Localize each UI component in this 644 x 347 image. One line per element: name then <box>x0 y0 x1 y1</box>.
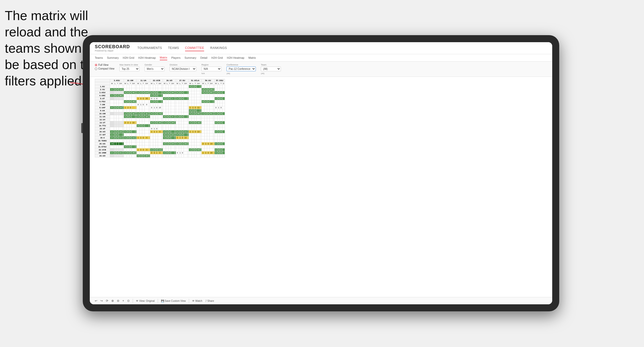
compact-view-radio[interactable]: Compact View <box>95 67 114 70</box>
matrix-cell <box>132 133 135 136</box>
matrix-cell <box>222 109 225 112</box>
max-teams-select[interactable]: Top 25 Top 50 All <box>119 67 139 71</box>
share-btn[interactable]: ⤴ Share <box>205 300 214 302</box>
region-label: Region <box>201 64 221 66</box>
sub-nav-matrix[interactable]: Matrix <box>160 55 167 60</box>
matrix-cell: 0 <box>129 112 132 115</box>
matrix-cell <box>192 97 194 100</box>
matrix-cell <box>184 145 187 148</box>
nav-rankings[interactable]: RANKINGS <box>210 45 227 51</box>
team-select[interactable]: (All) <box>261 67 281 71</box>
table-row: 17. GIT10001010200 <box>95 133 225 136</box>
sub-nav-h2h-heatmap[interactable]: H2H Heatmap <box>138 55 156 60</box>
matrix-cell <box>132 85 135 88</box>
matrix-cell: 1 <box>137 148 140 151</box>
toolbar-btn6[interactable]: + <box>122 299 124 303</box>
matrix-cell <box>110 100 114 103</box>
matrix-scroll[interactable]: 3. ASU 10. UW 11. UA 22. UCB 24. UO 27. … <box>95 79 547 157</box>
gender-filter: Gender Men's Women's <box>144 64 165 71</box>
toolbar-btn7[interactable]: ⊙ <box>127 299 130 303</box>
matrix-cell <box>155 142 158 145</box>
save-custom-view-btn[interactable]: 💾 Save Custom View <box>161 300 186 302</box>
matrix-cell <box>144 121 149 124</box>
matrix-cell: 1 <box>129 121 132 124</box>
matrix-cell <box>209 103 213 106</box>
division-select[interactable]: NCAA Division I NCAA Division II NCAA Di… <box>170 67 196 71</box>
toolbar-btn5[interactable]: ⊖ <box>117 299 119 303</box>
matrix-cell <box>142 118 145 121</box>
sub-nav-players[interactable]: Players <box>171 55 181 60</box>
uo-l: L <box>166 82 169 85</box>
matrix-cell: 0 <box>142 97 145 100</box>
matrix-cell <box>189 91 192 94</box>
matrix-cell <box>220 139 222 142</box>
region-select[interactable]: N/A East West South Midwest <box>201 67 221 71</box>
matrix-cell <box>189 133 192 136</box>
matrix-cell <box>189 118 192 121</box>
matrix-cell: 0 <box>217 142 220 145</box>
matrix-cell <box>189 88 192 91</box>
matrix-cell: 1 <box>192 130 194 133</box>
matrix-cell <box>163 118 166 121</box>
nav-teams[interactable]: TEAMS <box>168 45 179 51</box>
matrix-cell: 0 <box>127 130 129 133</box>
matrix-cell <box>192 94 194 97</box>
matrix-cell <box>171 130 175 133</box>
matrix-cell <box>129 142 132 145</box>
matrix-cell: 2 <box>202 88 205 91</box>
uu-w: W <box>202 82 205 85</box>
matrix-cell <box>222 133 225 136</box>
matrix-cell <box>171 118 175 121</box>
sub-nav-teams[interactable]: Teams <box>95 55 103 60</box>
sub-nav-h2h-grid2[interactable]: H2H Grid <box>211 55 223 60</box>
full-view-radio[interactable]: Full View <box>95 64 114 66</box>
matrix-cell <box>163 127 166 130</box>
matrix-cell <box>222 145 225 148</box>
matrix-cell <box>144 100 149 103</box>
matrix-cell <box>169 145 171 148</box>
watch-btn[interactable]: 👁 Watch <box>192 300 202 302</box>
matrix-cell: 0 <box>214 121 217 124</box>
matrix-cell <box>184 133 187 136</box>
compact-view-label: Compact View <box>98 67 114 70</box>
toolbar-btn4[interactable]: ⊕ <box>111 299 114 303</box>
matrix-cell <box>171 94 175 97</box>
redo-btn[interactable]: ↪ <box>100 299 103 303</box>
sub-nav-h2h-heatmap2[interactable]: H2H Heatmap <box>227 55 245 60</box>
nav-tournaments[interactable]: TOURNAMENTS <box>137 45 162 51</box>
matrix-cell <box>179 100 181 103</box>
view-original-btn[interactable]: 👁 View: Original <box>136 300 155 302</box>
matrix-cell <box>114 124 116 127</box>
matrix-cell <box>207 127 209 130</box>
matrix-cell <box>207 109 209 112</box>
matrix-cell <box>202 148 205 151</box>
matrix-cell: 0 <box>150 91 153 94</box>
matrix-cell <box>153 85 156 88</box>
view-radio-group: Full View Compact View <box>95 64 114 70</box>
matrix-cell <box>155 124 158 127</box>
sub-nav-detail[interactable]: Detail <box>200 55 207 60</box>
sub-nav-summary[interactable]: Summary <box>107 55 119 60</box>
matrix-cell <box>207 148 209 151</box>
sub-nav-matrix2[interactable]: Matrix <box>248 55 256 60</box>
matrix-cell <box>169 106 171 109</box>
matrix-cell <box>142 130 145 133</box>
matrix-cell: 3 <box>163 115 166 118</box>
matrix-cell: 0 <box>153 94 156 97</box>
matrix-cell <box>140 142 142 145</box>
gender-select[interactable]: Men's Women's <box>144 67 165 71</box>
sub-nav-summary2[interactable]: Summary <box>185 55 196 60</box>
matrix-cell: 1 <box>137 112 140 115</box>
toolbar-btn3[interactable]: ⟳ <box>106 299 108 303</box>
uw-w: W <box>124 82 127 85</box>
matrix-cell <box>194 127 197 130</box>
matrix-cell: 0 <box>142 91 145 94</box>
matrix-cell: 0 <box>194 148 197 151</box>
matrix-area[interactable]: 3. ASU 10. UW 11. UA 22. UCB 24. UO 27. … <box>90 77 552 297</box>
matrix-cell <box>171 109 175 112</box>
matrix-cell <box>124 139 127 142</box>
undo-btn[interactable]: ↩ <box>95 299 97 303</box>
nav-committee[interactable]: COMMITTEE <box>185 45 204 51</box>
sub-nav-h2h-grid[interactable]: H2H Grid <box>123 55 134 60</box>
conference-select[interactable]: Pac-12 Conference (All) ACC Big Ten SEC <box>226 67 256 71</box>
